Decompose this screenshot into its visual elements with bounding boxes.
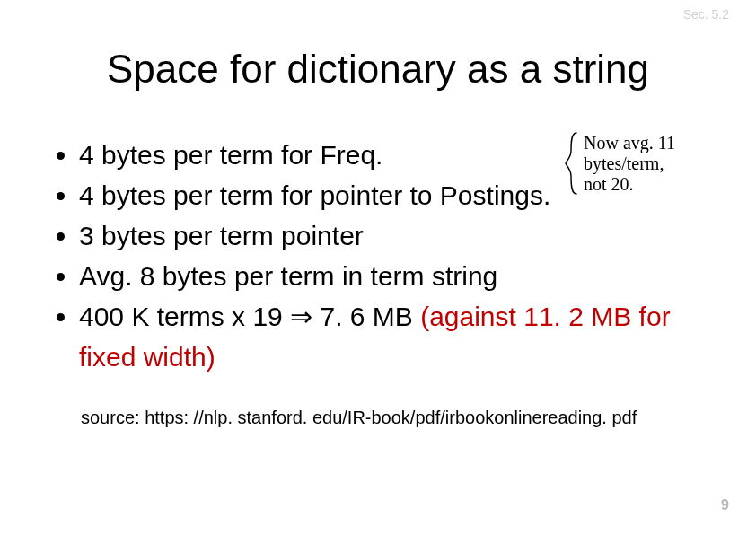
list-item: 400 K terms x 19 ⇒ 7. 6 MB (against 11. … bbox=[79, 296, 727, 377]
annotation-line: bytes/term, bbox=[584, 153, 664, 173]
list-item: 3 bytes per term pointer bbox=[79, 215, 727, 256]
list-item: Avg. 8 bytes per term in term string bbox=[79, 256, 727, 296]
bullet5-part-b: 7. 6 MB bbox=[312, 302, 420, 331]
annotation-text: Now avg. 11 bytes/term, not 20. bbox=[584, 133, 675, 195]
section-label: Sec. 5.2 bbox=[683, 7, 729, 22]
slide-title: Space for dictionary as a string bbox=[0, 47, 756, 92]
source-citation: source: https: //nlp. stanford. edu/IR-b… bbox=[81, 408, 637, 428]
brace-annotation: Now avg. 11 bytes/term, not 20. bbox=[564, 131, 743, 196]
implies-arrow-icon: ⇒ bbox=[290, 302, 312, 331]
page-number: 9 bbox=[721, 497, 729, 513]
annotation-line: Now avg. 11 bbox=[584, 133, 675, 153]
annotation-line: not 20. bbox=[584, 174, 634, 194]
bullet5-part-a: 400 K terms x 19 bbox=[79, 302, 290, 331]
curly-brace-icon bbox=[564, 131, 580, 196]
